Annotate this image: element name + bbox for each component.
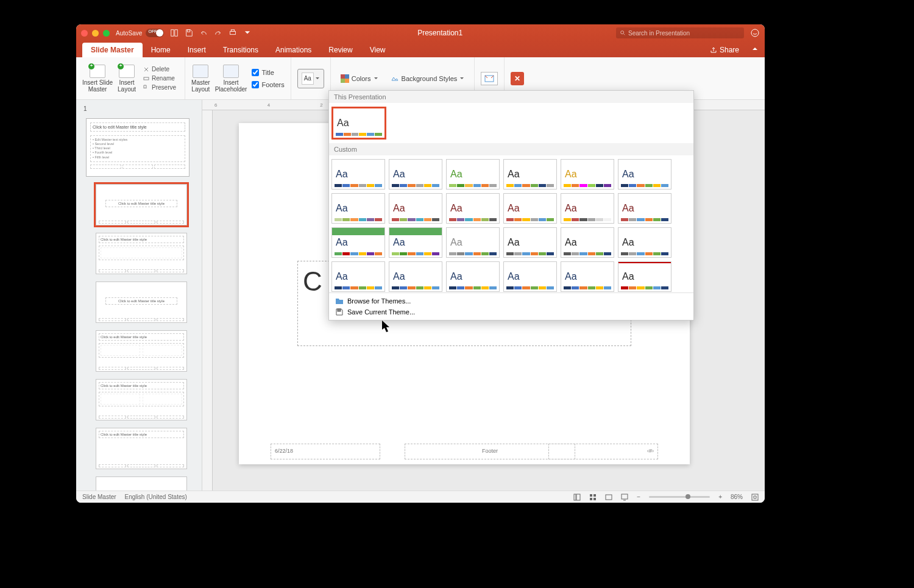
background-styles-button[interactable]: Background Styles	[387, 73, 469, 84]
svg-rect-2	[188, 30, 190, 32]
tab-review[interactable]: Review	[320, 43, 361, 57]
theme-swatch[interactable]: Aa	[389, 159, 442, 190]
themes-button[interactable]: Aa	[297, 69, 324, 88]
theme-swatch[interactable]: Aa	[446, 193, 500, 224]
insert-slide-master-button[interactable]: + Insert Slide Master	[82, 65, 113, 93]
theme-swatch[interactable]: Aa	[503, 193, 557, 224]
layout-thumbnail-4[interactable]: Click to edit Master title style	[96, 330, 187, 372]
dropdown-section-current: This Presentation	[329, 91, 693, 103]
theme-swatch[interactable]: Aa	[446, 261, 500, 292]
svg-rect-14	[576, 494, 580, 500]
view-reading-icon[interactable]	[605, 494, 612, 501]
theme-swatch[interactable]: Aa	[446, 159, 500, 190]
theme-swatch[interactable]: Aa	[618, 261, 671, 292]
zoom-value[interactable]: 86%	[731, 494, 743, 500]
share-button[interactable]: Share	[704, 43, 745, 57]
tab-insert[interactable]: Insert	[179, 43, 214, 57]
theme-swatch[interactable]: Aa	[561, 227, 614, 258]
autosave-toggle[interactable]: OFF	[146, 29, 164, 37]
theme-swatch[interactable]: Aa	[331, 159, 385, 190]
zoom-slider[interactable]	[649, 496, 710, 498]
rename-button[interactable]: Rename	[141, 74, 179, 82]
title-checkbox[interactable]: Title	[252, 69, 284, 76]
master-layout-button[interactable]: Master Layout	[191, 65, 210, 93]
theme-swatch[interactable]: Aa	[389, 261, 442, 292]
theme-swatch[interactable]: Aa	[331, 193, 385, 224]
master-thumbnail[interactable]: Click to edit Master title style • Edit …	[86, 118, 190, 177]
theme-swatch[interactable]: Aa	[503, 227, 557, 258]
layout-thumbnail-5[interactable]: Click to edit Master title style	[96, 379, 187, 420]
theme-swatch[interactable]: Aa	[331, 107, 386, 140]
feedback-smile-icon[interactable]	[750, 28, 760, 38]
svg-rect-3	[230, 31, 236, 34]
collapse-ribbon-icon[interactable]	[745, 42, 765, 57]
theme-swatch[interactable]: Aa	[618, 227, 671, 258]
layout-thumbnail-6[interactable]: Click to edit Master title style	[96, 428, 187, 469]
layout-thumbnail-2[interactable]: Click to edit Master title style	[96, 233, 187, 274]
svg-rect-20	[622, 494, 628, 499]
theme-swatch[interactable]: Aa	[503, 159, 557, 190]
dropdown-section-custom: Custom	[329, 143, 693, 155]
theme-swatch[interactable]: Aa	[331, 227, 385, 258]
ribbon-tabs: Slide Master Home Insert Transitions Ani…	[76, 41, 765, 57]
tab-slide-master[interactable]: Slide Master	[82, 43, 143, 57]
svg-rect-15	[590, 494, 592, 497]
window-zoom[interactable]	[103, 30, 110, 37]
preserve-button[interactable]: Preserve	[141, 83, 179, 91]
layout-thumbnail-7[interactable]	[96, 476, 187, 491]
search-input[interactable]: Search in Presentation	[616, 27, 744, 38]
view-sorter-icon[interactable]	[589, 494, 597, 501]
qat-dropdown-icon[interactable]	[243, 29, 252, 37]
save-theme-item[interactable]: Save Current Theme...	[335, 308, 687, 316]
save-icon[interactable]	[185, 29, 193, 37]
status-language[interactable]: English (United States)	[125, 494, 187, 500]
fit-to-window-icon[interactable]	[751, 494, 759, 501]
delete-icon	[143, 66, 149, 73]
theme-swatch[interactable]: Aa	[389, 193, 442, 224]
footers-checkbox[interactable]: Footers	[252, 81, 284, 88]
theme-swatch[interactable]: Aa	[331, 261, 385, 292]
zoom-in[interactable]: +	[718, 494, 722, 500]
theme-swatch[interactable]: Aa	[503, 261, 557, 292]
theme-swatch[interactable]: Aa	[618, 159, 671, 190]
slide-panel[interactable]: 1 Click to edit Master title style • Edi…	[76, 100, 202, 491]
view-normal-icon[interactable]	[573, 494, 581, 501]
insert-placeholder-button[interactable]: Insert Placeholder	[215, 65, 247, 93]
svg-point-6	[751, 29, 759, 37]
window-close[interactable]	[81, 30, 88, 37]
theme-swatch[interactable]: Aa	[561, 193, 614, 224]
slide-number-placeholder[interactable]: ‹#›	[548, 444, 658, 459]
svg-rect-7	[144, 77, 149, 80]
insert-layout-button[interactable]: + Insert Layout	[118, 65, 136, 93]
browse-themes-item[interactable]: Browse for Themes...	[335, 297, 687, 305]
tab-view[interactable]: View	[361, 43, 394, 57]
slide-date-placeholder[interactable]: 6/22/18	[271, 444, 380, 459]
colors-button[interactable]: Colors	[337, 73, 382, 84]
theme-swatch[interactable]: Aa	[446, 227, 500, 258]
theme-swatch[interactable]: Aa	[618, 193, 671, 224]
delete-button[interactable]: Delete	[141, 65, 179, 73]
rename-icon	[143, 76, 149, 82]
layout-thumbnail-3[interactable]: Click to edit Master title style	[96, 282, 187, 323]
close-master-button[interactable]: ✕	[511, 72, 524, 85]
layout-thumbnail-1[interactable]: Click to edit Master title style	[96, 184, 187, 225]
theme-swatch[interactable]: Aa	[561, 159, 614, 190]
titlebar: AutoSave OFF Presentation1 Search in Pre…	[76, 24, 765, 41]
tab-home[interactable]: Home	[143, 43, 179, 57]
theme-swatch[interactable]: Aa	[389, 227, 442, 258]
ruler-vertical	[202, 110, 213, 491]
svg-rect-8	[341, 74, 345, 79]
svg-rect-10	[341, 79, 345, 83]
redo-icon[interactable]	[214, 29, 222, 37]
window-minimize[interactable]	[92, 30, 99, 37]
tab-animations[interactable]: Animations	[267, 43, 320, 57]
zoom-out[interactable]: −	[637, 494, 640, 500]
theme-swatch[interactable]: Aa	[561, 261, 614, 292]
view-slideshow-icon[interactable]	[621, 494, 628, 501]
tab-transitions[interactable]: Transitions	[214, 43, 267, 57]
autosave-history-icon[interactable]	[170, 29, 179, 37]
qat-printer-icon[interactable]	[228, 29, 237, 37]
undo-icon[interactable]	[199, 29, 208, 37]
slide-size-button[interactable]	[481, 72, 498, 85]
window-title: Presentation1	[264, 29, 616, 37]
